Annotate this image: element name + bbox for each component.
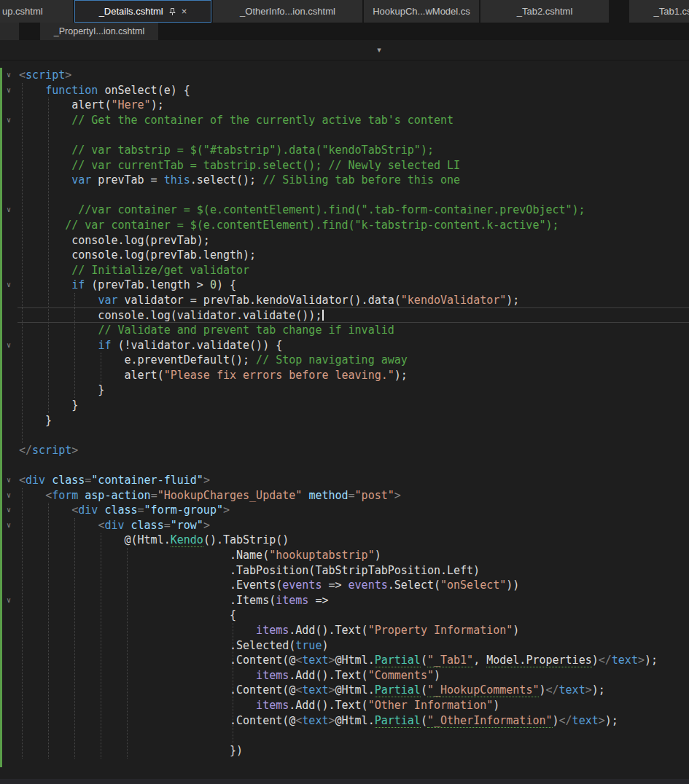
code-line[interactable] xyxy=(0,458,689,473)
code-line-text: items.Add().Text("Comments") xyxy=(19,669,440,682)
code-line-text: }) xyxy=(19,744,243,757)
code-line-text: } xyxy=(19,414,52,427)
code-line-text: var prevTab = this.select(); // Sibling … xyxy=(19,173,460,187)
code-line[interactable]: console.log(validator.validate()); xyxy=(0,308,689,324)
code-line[interactable]: .Content(@<text>@Html.Partial("_OtherInf… xyxy=(0,713,689,729)
code-line[interactable]: ∨ if (!validator.validate()) { xyxy=(0,338,689,353)
code-line[interactable]: var prevTab = this.select(); // Sibling … xyxy=(0,173,689,188)
fold-chevron-icon[interactable]: ∨ xyxy=(3,518,15,533)
code-line[interactable]: items.Add().Text("Property Information") xyxy=(0,623,689,638)
editor-tab[interactable]: _OtherInfo...ion.cshtml xyxy=(213,0,362,23)
code-line-text: { xyxy=(19,608,236,622)
pin-icon[interactable] xyxy=(168,7,176,16)
tab-label: _Details.cshtml xyxy=(99,6,163,17)
code-line[interactable]: var validator = prevTab.kendoValidator()… xyxy=(0,293,689,308)
code-line[interactable]: ∨ <form asp-action="HookupCharges_Update… xyxy=(0,488,689,503)
code-line[interactable]: @(Html.Kendo().TabStrip() xyxy=(0,533,689,548)
editor-tab[interactable]: _Details.cshtml× xyxy=(74,0,211,23)
code-line[interactable] xyxy=(0,428,689,443)
code-line-text: .Selected(true) xyxy=(19,639,328,652)
fold-chevron-icon[interactable]: ∨ xyxy=(3,203,15,218)
code-line-text: <script> xyxy=(19,68,71,82)
fold-chevron-icon[interactable]: ∨ xyxy=(3,278,15,293)
code-area[interactable]: ∨<script>∨ function onSelect(e) { alert(… xyxy=(0,60,689,758)
editor-tab[interactable]: _PropertyI...ion.cshtml xyxy=(40,23,158,40)
code-line[interactable] xyxy=(0,728,689,743)
fold-chevron-icon[interactable]: ∨ xyxy=(3,68,15,83)
code-line[interactable]: ∨ <div class="form-group"> xyxy=(0,503,689,518)
code-line[interactable]: } xyxy=(0,413,689,428)
code-line[interactable]: ∨ if (prevTab.length > 0) { xyxy=(0,278,689,293)
code-line[interactable]: .Name("hookuptabstrip") xyxy=(0,548,689,563)
editor-tab-stub[interactable] xyxy=(0,23,19,40)
code-line-text: .Content(@<text>@Html.Partial("_OtherInf… xyxy=(19,714,618,728)
fold-chevron-icon[interactable]: ∨ xyxy=(3,593,15,608)
code-line-text: .Items(items => xyxy=(19,594,328,607)
tab-label: _OtherInfo...ion.cshtml xyxy=(240,6,335,17)
code-line[interactable]: ∨<div class="container-fluid"> xyxy=(0,473,689,488)
code-line[interactable]: console.log(prevTab); xyxy=(0,233,689,248)
editor-tab[interactable]: _Tab1.csht xyxy=(629,0,689,23)
code-line-text: alert("Please fix errors before leaving.… xyxy=(19,369,408,382)
code-line-text: // Initialize/get validator xyxy=(19,264,249,277)
code-editor[interactable]: ∨<script>∨ function onSelect(e) { alert(… xyxy=(0,60,689,779)
fold-chevron-icon[interactable]: ∨ xyxy=(3,338,15,353)
horizontal-scrollbar[interactable] xyxy=(0,779,689,784)
document-tab-bar: up.cshtml_Details.cshtml×_OtherInfo...io… xyxy=(0,0,689,40)
code-line[interactable]: }) xyxy=(0,743,689,758)
editor-tab[interactable]: _Tab2.cshtml xyxy=(480,0,609,23)
code-line-text: } xyxy=(19,383,104,396)
code-line[interactable]: .Content(@<text>@Html.Partial("_Tab1", M… xyxy=(0,653,689,668)
fold-chevron-icon[interactable]: ∨ xyxy=(3,473,15,488)
code-line[interactable]: // Validate and prevent tab change if in… xyxy=(0,323,689,338)
code-line-text: .TabPosition(TabStripTabPosition.Left) xyxy=(19,564,480,577)
code-line[interactable]: </script> xyxy=(0,443,689,458)
editor-tab[interactable]: HookupCh...wModel.cs xyxy=(364,0,479,23)
code-line[interactable] xyxy=(0,188,689,203)
code-line[interactable]: .Content(@<text>@Html.Partial("_HookupCo… xyxy=(0,683,689,698)
code-line[interactable]: ∨<script> xyxy=(0,68,689,83)
code-line-text: <form asp-action="HookupCharges_Update" … xyxy=(19,489,401,502)
code-line-text: <div class="row"> xyxy=(19,519,210,532)
code-line[interactable]: console.log(prevTab.length); xyxy=(0,248,689,263)
editor-tab[interactable]: up.cshtml xyxy=(0,0,73,23)
code-line[interactable]: // var currentTab = tabstrip.select(); /… xyxy=(0,158,689,173)
code-line[interactable]: .TabPosition(TabStripTabPosition.Left) xyxy=(0,563,689,579)
code-line-text: // Validate and prevent tab change if in… xyxy=(19,324,394,337)
code-line-text: @(Html.Kendo().TabStrip() xyxy=(19,533,289,547)
code-line[interactable]: items.Add().Text("Comments") xyxy=(0,668,689,683)
code-line[interactable]: alert("Here"); xyxy=(0,98,689,113)
code-line[interactable]: // var tabstrip = $("#tabstrip").data("k… xyxy=(0,143,689,158)
code-line[interactable]: ∨ // Get the container of the currently … xyxy=(0,113,689,128)
change-tracking-bar xyxy=(0,68,2,767)
code-line-text: items.Add().Text("Property Information") xyxy=(19,624,519,637)
chevron-down-icon[interactable]: ▾ xyxy=(370,44,388,56)
code-line[interactable]: alert("Please fix errors before leaving.… xyxy=(0,368,689,383)
code-line[interactable]: // Initialize/get validator xyxy=(0,263,689,278)
fold-chevron-icon[interactable]: ∨ xyxy=(3,83,15,98)
code-line[interactable]: // var container = $(e.contentElement).f… xyxy=(0,218,689,233)
tab-label: _Tab1.csht xyxy=(654,6,689,17)
code-line[interactable]: .Events(events => events.Select("onSelec… xyxy=(0,578,689,593)
fold-chevron-icon[interactable]: ∨ xyxy=(3,488,15,503)
code-line[interactable]: ∨ function onSelect(e) { xyxy=(0,83,689,98)
code-line-text: if (!validator.validate()) { xyxy=(19,339,282,352)
code-line[interactable]: items.Add().Text("Other Information") xyxy=(0,698,689,713)
code-line[interactable]: e.preventDefault(); // Stop navigating a… xyxy=(0,353,689,368)
tab-label: HookupCh...wModel.cs xyxy=(373,6,470,17)
code-line[interactable]: .Selected(true) xyxy=(0,638,689,654)
code-line[interactable]: } xyxy=(0,398,689,413)
code-line-text: } xyxy=(19,399,78,412)
fold-chevron-icon[interactable]: ∨ xyxy=(3,113,15,128)
vs-editor-window: up.cshtml_Details.cshtml×_OtherInfo...io… xyxy=(0,0,689,784)
fold-chevron-icon[interactable]: ∨ xyxy=(3,503,15,518)
code-line[interactable] xyxy=(0,128,689,143)
close-icon[interactable]: × xyxy=(182,7,187,16)
code-line[interactable]: ∨ .Items(items => xyxy=(0,593,689,608)
code-line[interactable]: ∨ //var container = $(e.contentElement).… xyxy=(0,203,689,218)
code-line[interactable]: ∨ <div class="row"> xyxy=(0,518,689,533)
code-line-text: <div class="form-group"> xyxy=(19,503,230,517)
code-line[interactable]: } xyxy=(0,383,689,398)
code-line[interactable]: { xyxy=(0,608,689,623)
tab-label: up.cshtml xyxy=(2,6,43,17)
